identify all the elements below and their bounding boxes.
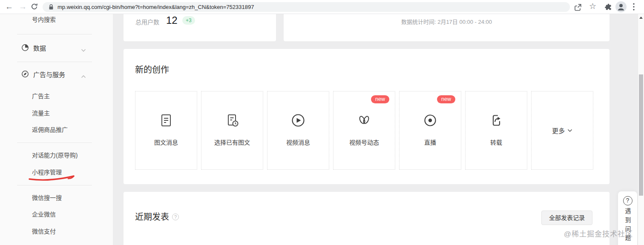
sidebar-item-wecom[interactable]: 企业微信	[32, 210, 56, 218]
chevron-down-icon	[567, 129, 572, 132]
question-circle-icon: ?	[623, 196, 632, 205]
profile-avatar[interactable]	[615, 1, 627, 14]
lock-icon	[49, 4, 54, 10]
total-users-label: 总用户数	[135, 17, 159, 26]
creation-card-label: 视频消息	[267, 138, 329, 146]
creation-card-label: 视频号动态	[334, 138, 395, 146]
browser-back-icon[interactable]: ←	[5, 2, 13, 12]
creation-card-video[interactable]: 视频消息	[267, 91, 329, 170]
creation-card-row: 图文消息 选择已有图文	[135, 91, 593, 170]
chevron-down-icon[interactable]	[81, 46, 86, 54]
creation-card-label: 直播	[400, 138, 461, 146]
creation-card-channels[interactable]: new 视频号动态	[333, 91, 395, 170]
sidebar: 号内搜索 数据 广告与服务	[0, 14, 113, 245]
all-publish-records-button[interactable]: 全部发表记录	[541, 211, 592, 225]
recent-posts-title: 近期发表	[135, 210, 169, 222]
extensions-puzzle-icon[interactable]	[604, 3, 612, 13]
sidebar-divider	[17, 142, 92, 143]
new-badge: new	[437, 95, 455, 103]
total-users-delta-badge: +3	[182, 16, 195, 25]
creation-card-existing-article[interactable]: 选择已有图文	[201, 91, 263, 170]
sidebar-item-wechat-search[interactable]: 微信搜一搜	[32, 193, 62, 202]
bookmark-star-icon[interactable]: ☆	[589, 1, 596, 11]
scroll-up-arrow-icon[interactable]	[639, 17, 643, 19]
new-creation-title: 新的创作	[135, 63, 169, 75]
live-icon	[400, 113, 461, 129]
sidebar-divider	[17, 62, 92, 62]
wechat-mp-home-screen: ← → mp.weixin.qq.com/cgi-bin/home?t=home…	[0, 0, 644, 245]
page-scrollbar[interactable]	[638, 14, 644, 245]
address-bar[interactable]: mp.weixin.qq.com/cgi-bin/home?t=home/ind…	[43, 2, 570, 12]
url-text: mp.weixin.qq.com/cgi-bin/home?t=home/ind…	[58, 4, 254, 10]
channels-icon	[334, 113, 395, 129]
creation-card-live[interactable]: new 直播	[399, 91, 461, 170]
scrollbar-thumb[interactable]	[639, 74, 643, 196]
sidebar-item-account-search[interactable]: 号内搜索	[32, 15, 56, 23]
sidebar-item-traffic-owner[interactable]: 流量主	[32, 108, 50, 117]
sidebar-divider	[17, 34, 92, 34]
sidebar-item-commission-promo[interactable]: 返佣商品推广	[32, 125, 68, 134]
browser-forward-icon[interactable]: →	[19, 2, 27, 12]
share-icon[interactable]	[574, 3, 582, 13]
sidebar-item-data[interactable]: 数据	[33, 43, 46, 52]
recent-posts-section: 近期发表 ? 全部发表记录	[124, 192, 610, 245]
sidebar-item-wechat-pay[interactable]: 微信支付	[32, 227, 56, 235]
creation-card-label: 选择已有图文	[201, 138, 263, 146]
browser-refresh-icon[interactable]	[31, 3, 38, 12]
sidebar-divider	[17, 185, 92, 185]
new-creation-section: 新的创作 图文消息	[124, 49, 610, 184]
compass-icon	[21, 70, 29, 80]
feedback-label: 遇到问题	[624, 208, 632, 244]
new-badge: new	[371, 95, 389, 103]
browser-toolbar: ← → mp.weixin.qq.com/cgi-bin/home?t=home…	[0, 0, 644, 14]
creation-card-repost[interactable]: 转载	[465, 91, 527, 170]
sidebar-item-dialog-ability[interactable]: 对话能力(原导购)	[32, 151, 78, 159]
sidebar-item-advertiser[interactable]: 广告主	[32, 91, 50, 100]
video-play-icon	[267, 113, 329, 129]
article-icon	[135, 113, 197, 129]
chevron-up-icon[interactable]	[81, 72, 86, 80]
total-users-card: 总用户数 12 +3	[124, 14, 276, 41]
creation-card-label: 转载	[466, 138, 527, 146]
data-time-note: 数据统计时间: 2月17日 00:00 - 24:00	[401, 17, 492, 26]
browser-menu-dots-icon[interactable]	[633, 3, 635, 12]
article-clock-icon	[201, 113, 263, 129]
creation-card-more[interactable]: 更多	[531, 91, 593, 170]
feedback-widget[interactable]: ? 遇到问题	[618, 191, 637, 245]
pie-chart-icon	[21, 44, 29, 53]
repost-icon	[466, 113, 527, 129]
page-body: 号内搜索 数据 广告与服务	[0, 14, 644, 245]
sidebar-item-ads-services[interactable]: 广告与服务	[33, 70, 65, 79]
total-users-value: 12	[166, 14, 178, 26]
help-question-icon[interactable]: ?	[172, 214, 179, 220]
data-time-card: 数据统计时间: 2月17日 00:00 - 24:00	[284, 14, 610, 41]
more-label: 更多	[552, 126, 565, 135]
creation-card-article[interactable]: 图文消息	[135, 91, 197, 170]
red-annotation-underline	[28, 175, 76, 183]
creation-card-label: 图文消息	[135, 138, 197, 146]
